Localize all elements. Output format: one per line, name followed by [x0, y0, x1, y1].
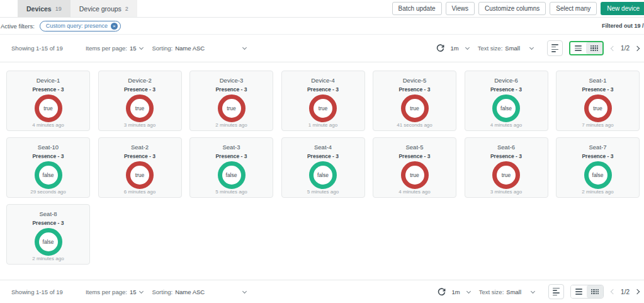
- device-card[interactable]: Device-4 Presence - 3 true 1 minute ago: [281, 71, 365, 131]
- grid-view-button[interactable]: [587, 285, 603, 297]
- device-name: Seat-2: [131, 144, 149, 151]
- prev-page-icon[interactable]: [611, 289, 616, 294]
- list-view-button[interactable]: [571, 285, 587, 297]
- align-left-lines-icon: [551, 44, 558, 52]
- last-seen: 5 minutes ago: [307, 189, 339, 195]
- device-card[interactable]: Seat-4 Presence - 3 false 5 minutes ago: [281, 137, 365, 198]
- device-card[interactable]: Seat-2 Presence - 3 true 6 minutes ago: [98, 137, 182, 198]
- presence-ring: false: [35, 228, 62, 256]
- text-size-value: Small: [505, 45, 520, 52]
- views-button[interactable]: Views: [446, 2, 475, 15]
- next-page-icon[interactable]: [635, 45, 640, 50]
- presence-ring: false: [309, 161, 337, 189]
- text-size-select[interactable]: Text size: Small: [479, 289, 534, 295]
- device-card[interactable]: Device-6 Presence - 3 false 4 minutes ag…: [465, 71, 548, 131]
- prev-page-icon[interactable]: [611, 45, 616, 50]
- chevron-down-icon: [465, 45, 470, 50]
- refresh-interval-control[interactable]: 1m: [438, 288, 470, 296]
- device-name: Seat-3: [223, 144, 240, 151]
- items-per-page-select[interactable]: Items per page: 15: [86, 289, 144, 295]
- last-seen: 1 minute ago: [308, 122, 337, 128]
- presence-value: true: [227, 105, 236, 111]
- chevron-down-icon: [242, 289, 247, 293]
- device-metric-label: Presence - 3: [32, 153, 64, 159]
- device-card[interactable]: Seat-10 Presence - 3 false 29 seconds ag…: [6, 137, 90, 198]
- refresh-icon: [436, 44, 444, 52]
- filter-chip[interactable]: Custom query: presence ×: [40, 21, 121, 31]
- text-size-select[interactable]: Text size: Small: [478, 45, 533, 52]
- sorting-select[interactable]: Sorting: Name ASC: [152, 289, 246, 295]
- presence-value: false: [43, 172, 54, 178]
- list-icon: [575, 45, 582, 51]
- tab-devices[interactable]: Devices 19: [18, 0, 71, 17]
- last-seen: 7 minutes ago: [582, 122, 613, 128]
- showing-count: Showing 1-15 of 19: [11, 45, 63, 52]
- presence-ring: true: [401, 94, 429, 122]
- view-mode-toggle: [570, 285, 604, 298]
- device-card[interactable]: Seat-8 Presence - 3 false 2 minutes ago: [6, 204, 90, 265]
- device-name: Device-6: [494, 77, 518, 84]
- device-card[interactable]: Device-3 Presence - 3 true 2 minutes ago: [189, 71, 273, 131]
- device-card[interactable]: Device-2 Presence - 3 true 3 minutes ago: [98, 71, 182, 131]
- presence-ring: true: [35, 94, 62, 122]
- device-card[interactable]: Seat-5 Presence - 3 true 4 minutes ago: [373, 137, 456, 198]
- device-card[interactable]: Seat-6 Presence - 3 true 3 minutes ago: [465, 137, 548, 198]
- device-name: Device-5: [403, 77, 427, 84]
- device-name: Device-1: [37, 77, 60, 84]
- page-indicator: 1/2: [621, 45, 630, 52]
- device-metric-label: Presence - 3: [215, 86, 247, 93]
- refresh-icon: [438, 288, 446, 296]
- showing-count: Showing 1-15 of 19: [11, 289, 63, 295]
- list-view-button[interactable]: [570, 42, 586, 54]
- grid-icon: [590, 45, 598, 51]
- device-name: Seat-10: [38, 144, 59, 151]
- tab-device-groups-count: 2: [125, 6, 128, 12]
- device-metric-label: Presence - 3: [124, 86, 155, 93]
- pagination: 1/2: [611, 45, 639, 52]
- items-per-page-value: 15: [130, 289, 137, 295]
- compact-view-button[interactable]: [548, 284, 564, 300]
- grid-view-button[interactable]: [586, 42, 602, 54]
- list-icon: [575, 289, 582, 294]
- presence-value: true: [502, 172, 511, 178]
- items-per-page-select[interactable]: Items per page: 15: [86, 45, 144, 52]
- last-seen: 4 minutes ago: [398, 189, 430, 195]
- device-card[interactable]: Seat-7 Presence - 3 false 2 minutes ago: [556, 137, 640, 198]
- batch-update-button[interactable]: Batch update: [392, 2, 442, 15]
- device-card[interactable]: Seat-3 Presence - 3 false 5 minutes ago: [189, 137, 273, 198]
- tab-strip: Devices 19 Device groups 2 Batch update …: [0, 0, 644, 18]
- presence-ring: true: [401, 161, 429, 189]
- presence-ring: false: [584, 161, 612, 189]
- text-size-label: Text size:: [478, 45, 503, 52]
- next-page-icon[interactable]: [635, 289, 640, 294]
- select-many-button[interactable]: Select many: [550, 2, 597, 15]
- presence-value: true: [135, 105, 145, 111]
- presence-ring: true: [126, 94, 154, 122]
- customize-columns-button[interactable]: Customize columns: [478, 2, 546, 15]
- last-seen: 6 minutes ago: [124, 189, 155, 195]
- device-cards-grid: Device-1 Presence - 3 true 4 minutes ago…: [0, 62, 644, 265]
- last-seen: 3 minutes ago: [124, 122, 155, 128]
- last-seen: 3 minutes ago: [490, 189, 522, 195]
- tab-device-groups-label: Device groups: [79, 5, 121, 13]
- device-card[interactable]: Device-5 Presence - 3 true 41 seconds ag…: [373, 71, 456, 131]
- grid-icon: [591, 289, 599, 295]
- chevron-down-icon: [531, 289, 535, 293]
- items-per-page-value: 15: [130, 45, 137, 52]
- items-per-page-label: Items per page:: [86, 45, 127, 52]
- presence-value: true: [135, 172, 145, 178]
- refresh-interval-control[interactable]: 1m: [436, 44, 468, 52]
- new-device-button[interactable]: New device: [601, 2, 644, 15]
- sorting-value: Name ASC: [175, 289, 205, 295]
- sorting-value: Name ASC: [175, 45, 205, 52]
- compact-view-button[interactable]: [547, 40, 563, 56]
- last-seen: 29 seconds ago: [30, 189, 66, 195]
- device-card[interactable]: Seat-1 Presence - 3 true 7 minutes ago: [556, 71, 640, 131]
- sorting-select[interactable]: Sorting: Name ASC: [152, 45, 246, 52]
- page-indicator: 1/2: [621, 289, 630, 295]
- presence-ring: false: [492, 94, 520, 122]
- tab-device-groups[interactable]: Device groups 2: [71, 0, 137, 17]
- presence-value: true: [410, 172, 419, 178]
- remove-filter-icon[interactable]: ×: [111, 23, 118, 30]
- device-card[interactable]: Device-1 Presence - 3 true 4 minutes ago: [6, 71, 90, 131]
